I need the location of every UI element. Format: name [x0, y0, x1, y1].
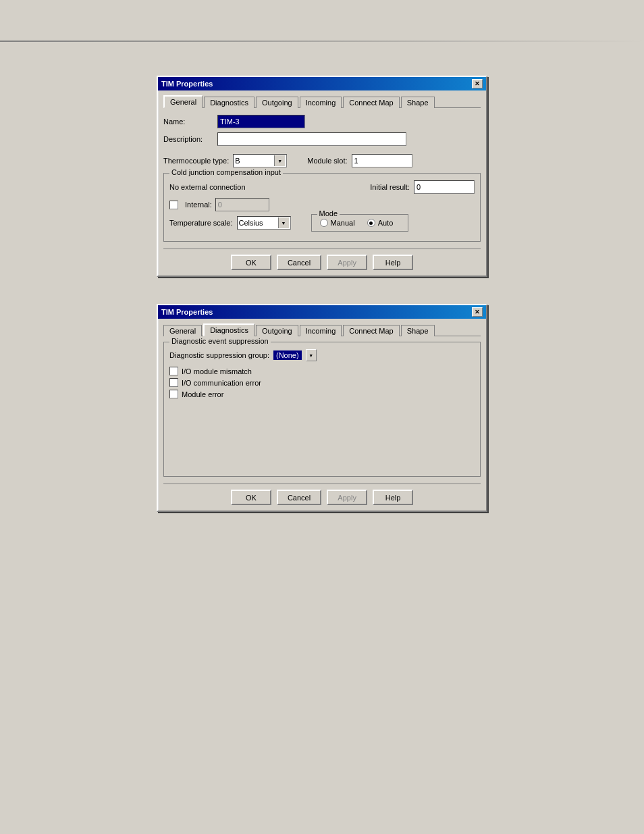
tab-incoming[interactable]: Incoming [300, 97, 342, 108]
dialog1-titlebar: TIM Properties ✕ [158, 77, 486, 90]
module-error-checkbox[interactable] [169, 390, 178, 398]
mode-auto-label: Auto [378, 219, 394, 227]
dialog2-titlebar: TIM Properties ✕ [158, 305, 486, 319]
temp-scale-label: Temperature scale: [169, 219, 233, 227]
help-button[interactable]: Help [373, 255, 413, 270]
dialog2-body: General Diagnostics Outgoing Incoming Co… [158, 319, 486, 511]
thermocouple-value: B [235, 157, 274, 165]
io-comm-error-checkbox[interactable] [169, 378, 178, 387]
tab-connect-map[interactable]: Connect Map [343, 97, 399, 108]
name-input[interactable] [217, 115, 305, 128]
temp-scale-select[interactable]: Celsius ▼ [237, 216, 291, 230]
mode-manual-label: Manual [331, 219, 355, 227]
tab-general[interactable]: General [163, 95, 203, 108]
mode-manual-radio[interactable] [320, 219, 328, 227]
io-module-mismatch-label: I/O module mismatch [182, 367, 252, 375]
initial-result-input[interactable] [414, 180, 475, 194]
dialog2-buttons: OK Cancel Apply Help [163, 484, 481, 505]
mode-auto-radio[interactable] [367, 219, 375, 227]
tab2-connect-map[interactable]: Connect Map [343, 325, 399, 336]
close-icon: ✕ [475, 80, 480, 87]
dialog1-body: General Diagnostics Outgoing Incoming Co… [158, 90, 486, 276]
ok-button[interactable]: OK [231, 255, 271, 270]
name-label: Name: [163, 118, 217, 126]
dialog2-title: TIM Properties [161, 308, 213, 316]
temp-scale-row: Temperature scale: Celsius ▼ Mode Manual [169, 214, 475, 232]
dialog1-tab-strip: General Diagnostics Outgoing Incoming Co… [163, 95, 481, 108]
dialog2-close-button[interactable]: ✕ [472, 307, 483, 317]
diag-suppress-dropdown-arrow[interactable]: ▼ [306, 349, 317, 361]
apply2-button[interactable]: Apply [327, 490, 367, 505]
desc-label: Description: [163, 135, 217, 143]
dialog2: TIM Properties ✕ General Diagnostics Out… [157, 304, 487, 512]
close-icon: ✕ [475, 309, 480, 315]
tab2-shape[interactable]: Shape [401, 325, 435, 336]
thermocouple-select[interactable]: B ▼ [233, 154, 287, 167]
internal-checkbox[interactable] [169, 201, 178, 209]
dialog1-close-button[interactable]: ✕ [472, 79, 483, 88]
tab2-general[interactable]: General [163, 325, 202, 336]
cancel2-button[interactable]: Cancel [277, 490, 321, 505]
io-module-mismatch-row: I/O module mismatch [169, 367, 475, 375]
module-error-row: Module error [169, 390, 475, 398]
internal-label: Internal: [185, 201, 212, 209]
dialog2-tab-strip: General Diagnostics Outgoing Incoming Co… [163, 323, 481, 336]
cold-junction-group: Cold junction compensation input No exte… [163, 173, 481, 242]
io-comm-error-label: I/O communication error [182, 379, 261, 387]
thermocouple-label: Thermocouple type: [163, 157, 229, 165]
diag-suppress-value: (None) [273, 350, 302, 360]
name-row: Name: [163, 115, 481, 128]
io-comm-error-row: I/O communication error [169, 378, 475, 387]
tab-diagnostics[interactable]: Diagnostics [204, 97, 254, 108]
mode-auto-row: Auto [367, 219, 394, 227]
diag-suppress-row: Diagnostic suppression group: (None) ▼ [169, 349, 475, 361]
desc-input[interactable] [217, 132, 406, 146]
ok2-button[interactable]: OK [231, 490, 271, 505]
dialog1: TIM Properties ✕ General Diagnostics Out… [157, 76, 487, 277]
tab2-diagnostics[interactable]: Diagnostics [203, 323, 254, 336]
apply-button[interactable]: Apply [327, 255, 367, 270]
dialog1-buttons: OK Cancel Apply Help [163, 249, 481, 270]
dialog1-title: TIM Properties [161, 80, 213, 88]
temp-scale-dropdown-arrow[interactable]: ▼ [278, 217, 289, 228]
cancel-button[interactable]: Cancel [277, 255, 321, 270]
thermocouple-dropdown-arrow[interactable]: ▼ [274, 155, 285, 166]
thermo-row: Thermocouple type: B ▼ Module slot: [163, 154, 481, 167]
mode-manual-row: Manual [320, 219, 355, 227]
diag-event-group: Diagnostic event suppression Diagnostic … [163, 342, 481, 477]
internal-input[interactable] [215, 198, 269, 211]
mode-label: Mode [317, 209, 340, 217]
initial-result-label: Initial result: [370, 183, 410, 191]
temp-scale-value: Celsius [239, 219, 278, 227]
cold-junction-label: Cold junction compensation input [169, 168, 283, 176]
no-external-row: No external connection Initial result: [169, 180, 475, 194]
desc-row: Description: [163, 132, 481, 146]
help2-button[interactable]: Help [373, 490, 413, 505]
io-module-mismatch-checkbox[interactable] [169, 367, 178, 375]
tab-shape[interactable]: Shape [401, 97, 435, 108]
tab2-incoming[interactable]: Incoming [300, 325, 342, 336]
tab2-outgoing[interactable]: Outgoing [256, 325, 298, 336]
no-external-label: No external connection [169, 183, 246, 191]
top-separator [0, 41, 644, 42]
tab-outgoing[interactable]: Outgoing [256, 97, 298, 108]
module-slot-label: Module slot: [307, 157, 347, 165]
module-error-label: Module error [182, 390, 223, 398]
diag-event-group-label: Diagnostic event suppression [169, 337, 271, 345]
diag-suppress-label: Diagnostic suppression group: [169, 351, 269, 359]
module-slot-input[interactable] [352, 154, 412, 167]
mode-group: Mode Manual Auto [311, 214, 409, 232]
